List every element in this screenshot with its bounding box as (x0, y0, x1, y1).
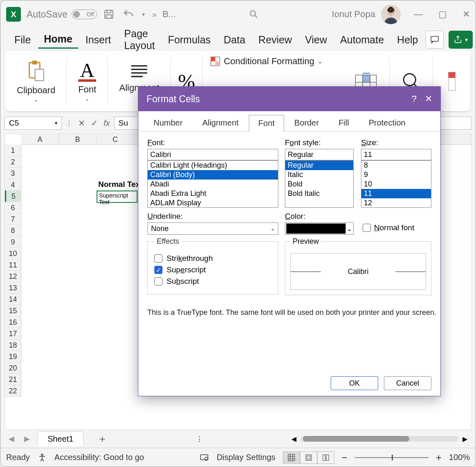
row-header[interactable]: 19 (5, 351, 21, 362)
style-input[interactable] (285, 149, 354, 160)
dlg-tab-alignment[interactable]: Alignment (193, 115, 248, 131)
conditional-formatting-button[interactable]: Conditional Formatting ⌄ (210, 56, 335, 67)
page-break-view-button[interactable] (317, 451, 334, 464)
col-header[interactable]: A (21, 134, 59, 144)
ribbon-font[interactable]: A Font ⌄ (67, 51, 108, 111)
more-icon[interactable]: ⋮ (196, 435, 203, 443)
maximize-button[interactable]: ▢ (438, 9, 447, 20)
list-item[interactable]: Bold (285, 180, 353, 189)
save-icon[interactable] (103, 8, 115, 20)
underline-select[interactable]: None ⌄ (147, 222, 278, 235)
tab-help[interactable]: Help (391, 31, 424, 48)
autosave-toggle[interactable]: AutoSave Off (27, 9, 97, 20)
list-item[interactable]: ADLaM Display (148, 198, 278, 208)
scroll-left-icon[interactable]: ◀ (291, 435, 296, 443)
row-header[interactable]: 18 (5, 339, 21, 351)
zoom-out-button[interactable]: − (342, 452, 347, 463)
sheet-tab[interactable]: Sheet1 (37, 431, 83, 446)
comments-button[interactable] (426, 31, 444, 49)
more-icon[interactable]: ⋮ (66, 119, 72, 127)
row-header[interactable]: 12 (5, 271, 21, 282)
chevron-down-icon[interactable]: ▾ (142, 11, 145, 18)
row-header[interactable]: 14 (5, 294, 21, 305)
name-box[interactable]: C5 ▾ (5, 117, 62, 130)
row-header[interactable]: 13 (5, 282, 21, 294)
row-header[interactable]: 3 (5, 168, 21, 179)
row-header[interactable]: 2 (5, 156, 21, 168)
row-header[interactable]: 7 (5, 213, 21, 225)
cell-c5[interactable]: Superscript Text (97, 191, 138, 203)
user-avatar[interactable] (381, 4, 401, 24)
tab-data[interactable]: Data (218, 31, 251, 48)
subscript-checkbox[interactable] (154, 277, 162, 285)
col-header[interactable]: B (59, 134, 97, 144)
horizontal-scrollbar[interactable]: ◀ ▶ (291, 435, 467, 443)
superscript-checkbox[interactable] (154, 266, 162, 274)
prev-sheet-icon[interactable]: ◀ (9, 434, 14, 443)
strikethrough-checkbox[interactable] (154, 254, 162, 263)
list-item[interactable]: Abadi (148, 180, 278, 189)
scroll-right-icon[interactable]: ▶ (462, 435, 467, 443)
dlg-tab-fill[interactable]: Fill (329, 115, 359, 131)
add-sheet-button[interactable]: ＋ (97, 432, 107, 445)
ribbon-clipboard[interactable]: Clipboard ⌄ (5, 51, 67, 111)
cancel-icon[interactable]: ✕ (78, 118, 85, 128)
row-header[interactable]: 10 (5, 248, 21, 259)
row-header[interactable]: 17 (5, 328, 21, 339)
row-header[interactable]: 11 (5, 259, 21, 271)
row-header[interactable]: 21 (5, 374, 21, 385)
help-button[interactable]: ? (412, 94, 417, 104)
tab-file[interactable]: File (9, 31, 36, 48)
row-header[interactable]: 6 (5, 202, 21, 213)
normal-view-button[interactable] (283, 451, 300, 464)
size-listbox[interactable]: 8910111214 (361, 160, 431, 208)
ok-button[interactable]: OK (331, 376, 378, 390)
row-header[interactable]: 9 (5, 236, 21, 248)
size-input[interactable] (361, 149, 431, 160)
display-settings-icon[interactable] (199, 453, 209, 463)
zoom-slider[interactable] (355, 457, 429, 458)
list-item[interactable]: 8 (361, 161, 431, 170)
more-icon[interactable]: » (152, 10, 157, 19)
undo-icon[interactable] (122, 8, 135, 20)
style-listbox[interactable]: RegularItalicBoldBold Italic (285, 160, 354, 208)
tab-view[interactable]: View (299, 31, 333, 48)
list-item[interactable]: 11 (361, 189, 431, 198)
list-item[interactable]: 9 (361, 170, 431, 180)
row-header[interactable]: 5 (5, 191, 21, 202)
color-select[interactable]: ⌄ (285, 222, 354, 235)
list-item[interactable]: 10 (361, 180, 431, 189)
cancel-button[interactable]: Cancel (384, 376, 431, 390)
row-header[interactable]: 16 (5, 317, 21, 328)
row-header[interactable]: 8 (5, 225, 21, 236)
list-item[interactable]: 12 (361, 198, 431, 208)
zoom-in-button[interactable]: + (436, 452, 442, 463)
dialog-titlebar[interactable]: Format Cells ? ✕ (138, 87, 440, 111)
tab-review[interactable]: Review (253, 31, 298, 48)
row-header[interactable]: 22 (5, 385, 21, 397)
dlg-tab-font[interactable]: Font (249, 115, 284, 132)
scroll-thumb[interactable] (303, 436, 409, 442)
close-icon[interactable]: ✕ (425, 94, 432, 104)
list-item[interactable]: Bold Italic (285, 189, 353, 198)
next-sheet-icon[interactable]: ▶ (24, 434, 30, 443)
normal-font-checkbox[interactable] (363, 224, 371, 232)
close-button[interactable]: ✕ (462, 9, 470, 20)
font-listbox[interactable]: Calibri Light (Headings)Calibri (Body)Ab… (147, 160, 278, 208)
tab-formulas[interactable]: Formulas (162, 31, 216, 48)
accessibility-icon[interactable] (37, 453, 47, 463)
row-header[interactable]: 4 (5, 179, 21, 191)
list-item[interactable]: Italic (285, 170, 353, 180)
row-header[interactable]: 15 (5, 305, 21, 317)
tab-insert[interactable]: Insert (80, 31, 117, 48)
fx-icon[interactable]: fx (104, 119, 110, 128)
row-header[interactable]: 1 (5, 145, 21, 156)
list-item[interactable]: Calibri Light (Headings) (148, 161, 278, 170)
tab-home[interactable]: Home (38, 31, 78, 49)
list-item[interactable]: Regular (285, 161, 353, 170)
font-input[interactable] (147, 149, 278, 160)
dlg-tab-protection[interactable]: Protection (359, 115, 415, 131)
minimize-button[interactable]: — (414, 9, 423, 20)
tab-automate[interactable]: Automate (334, 31, 390, 48)
list-item[interactable]: Abadi Extra Light (148, 189, 278, 198)
